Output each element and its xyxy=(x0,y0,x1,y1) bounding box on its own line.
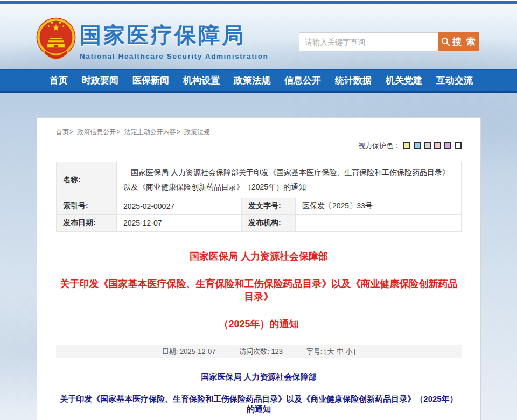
name-label-cell: 名称: xyxy=(57,162,117,198)
document-info-table: 名称: 国家医保局 人力资源社会保障部关于印发《国家基本医疗保险、生育保险和工伤… xyxy=(56,162,462,232)
fontsize-medium-button[interactable]: 中 xyxy=(337,347,344,355)
meta-date-label: 日期: xyxy=(162,347,178,355)
eye-protection-row: 视力保护色： xyxy=(56,141,462,151)
article-blue-title: 国家医保局 人力资源社会保障部 关于印发《国家基本医疗保险、生育保险和工伤保险药… xyxy=(56,372,462,420)
table-row-index: 索引号: 2025-02-00027 发文字号: 医保发〔2025〕33号 xyxy=(57,198,462,215)
nav-item-politics-news[interactable]: 时政要闻 xyxy=(82,74,118,87)
search-button-label: 搜 索 xyxy=(452,36,477,48)
eye-protection-swatch-white[interactable] xyxy=(455,142,462,149)
eye-protection-swatch-purple[interactable] xyxy=(444,142,451,149)
publish-org-value-cell xyxy=(296,215,462,232)
site-header: 国家医疗保障局 National Healthcare Security Adm… xyxy=(0,4,517,69)
site-title-block: 国家医疗保障局 National Healthcare Security Adm… xyxy=(80,20,268,60)
nav-item-interaction[interactable]: 互动交流 xyxy=(436,74,473,87)
content-panel: 首页> 政府信息公开> 法定主动公开内容> 政策法规 视力保护色： 名称: 国家… xyxy=(37,117,481,420)
nav-item-policies[interactable]: 政策法规 xyxy=(234,74,270,87)
search-icon xyxy=(441,37,450,46)
meta-fontsize: 字号: [大中小] xyxy=(306,347,356,355)
article-meta-bar: 日期: 2025-12-07 访问次数: 123 字号: [大中小] xyxy=(56,345,462,358)
breadcrumb-separator: > xyxy=(69,128,73,136)
blue-title-line-1: 国家医保局 人力资源社会保障部 xyxy=(56,372,462,382)
breadcrumb-gov-info[interactable]: 政府信息公开 xyxy=(77,128,116,136)
publish-date-value-cell: 2025-12-07 xyxy=(117,215,242,232)
breadcrumb-disclosure-content[interactable]: 法定主动公开内容 xyxy=(124,128,176,136)
red-title-line-3: （2025年）的通知 xyxy=(56,318,462,331)
eye-protection-swatch-pink[interactable] xyxy=(434,142,441,149)
meta-date-value: 2025-12-07 xyxy=(180,347,216,355)
nav-item-organization[interactable]: 机构设置 xyxy=(183,74,220,87)
fontsize-small-button[interactable]: 小 xyxy=(346,347,353,355)
blue-title-line-2: 关于印发《国家基本医疗保险、生育保险和工伤保险药品目录》以及《商业健康保险创新药… xyxy=(56,394,462,415)
search-bar: 搜 索 xyxy=(299,32,479,51)
meta-date: 日期: 2025-12-07 xyxy=(162,347,218,355)
table-row-date: 发布日期: 2025-12-07 发布机构: xyxy=(57,215,462,232)
main-nav: 首页 时政要闻 医保新闻 机构设置 政策法规 信息公开 统计数据 机关党建 互动… xyxy=(0,69,517,93)
meta-visits-label: 访问次数: xyxy=(239,347,269,355)
breadcrumb: 首页> 政府信息公开> 法定主动公开内容> 政策法规 xyxy=(56,128,462,137)
table-row-name: 名称: 国家医保局 人力资源社会保障部关于印发《国家基本医疗保险、生育保险和工伤… xyxy=(57,162,462,198)
eye-protection-swatch-yellow[interactable] xyxy=(403,142,410,149)
nav-item-insurance-news[interactable]: 医保新闻 xyxy=(132,74,169,87)
search-button[interactable]: 搜 索 xyxy=(438,32,479,51)
eye-protection-swatch-gray[interactable] xyxy=(424,142,431,149)
red-title-line-1: 国家医保局 人力资源社会保障部 xyxy=(56,250,462,263)
fontsize-bracket-close: ] xyxy=(354,347,356,355)
red-title-line-2: 关于印发《国家基本医疗保险、生育保险和工伤保险药品目录》以及《商业健康保险创新药… xyxy=(56,277,462,303)
nav-item-statistics[interactable]: 统计数据 xyxy=(335,74,372,87)
search-input[interactable] xyxy=(299,32,438,51)
nav-item-info-disclosure[interactable]: 信息公开 xyxy=(284,74,321,87)
publish-org-label-cell: 发布机构: xyxy=(242,215,296,232)
eye-protection-swatch-blue[interactable] xyxy=(414,142,421,149)
page-background: 首页> 政府信息公开> 法定主动公开内容> 政策法规 视力保护色： 名称: 国家… xyxy=(0,93,517,420)
doc-no-value-cell: 医保发〔2025〕33号 xyxy=(296,198,462,215)
fontsize-bracket-open: [ xyxy=(324,347,326,355)
site-title-en: National Healthcare Security Administrat… xyxy=(80,52,268,60)
breadcrumb-policies[interactable]: 政策法规 xyxy=(184,128,210,136)
breadcrumb-home[interactable]: 首页 xyxy=(56,128,69,136)
index-value-cell: 2025-02-00027 xyxy=(117,198,242,215)
fontsize-large-button[interactable]: 大 xyxy=(327,347,334,355)
nav-item-party-building[interactable]: 机关党建 xyxy=(386,74,422,87)
breadcrumb-separator: > xyxy=(116,128,120,136)
national-emblem-logo[interactable] xyxy=(36,17,76,62)
name-value-cell: 国家医保局 人力资源社会保障部关于印发《国家基本医疗保险、生育保险和工伤保险药品… xyxy=(117,162,462,198)
site-title-cn: 国家医疗保障局 xyxy=(80,20,268,50)
index-label-cell: 索引号: xyxy=(57,198,117,215)
article-red-title: 国家医保局 人力资源社会保障部 关于印发《国家基本医疗保险、生育保险和工伤保险药… xyxy=(56,250,462,331)
eye-protection-label: 视力保护色： xyxy=(358,142,400,150)
publish-date-label-cell: 发布日期: xyxy=(57,215,117,232)
breadcrumb-separator: > xyxy=(177,128,180,136)
nav-item-home[interactable]: 首页 xyxy=(50,74,68,87)
meta-visits: 访问次数: 123 xyxy=(239,347,285,355)
meta-fontsize-label: 字号: xyxy=(306,347,323,355)
meta-visits-value: 123 xyxy=(271,347,283,355)
doc-no-label-cell: 发文字号: xyxy=(242,198,296,215)
